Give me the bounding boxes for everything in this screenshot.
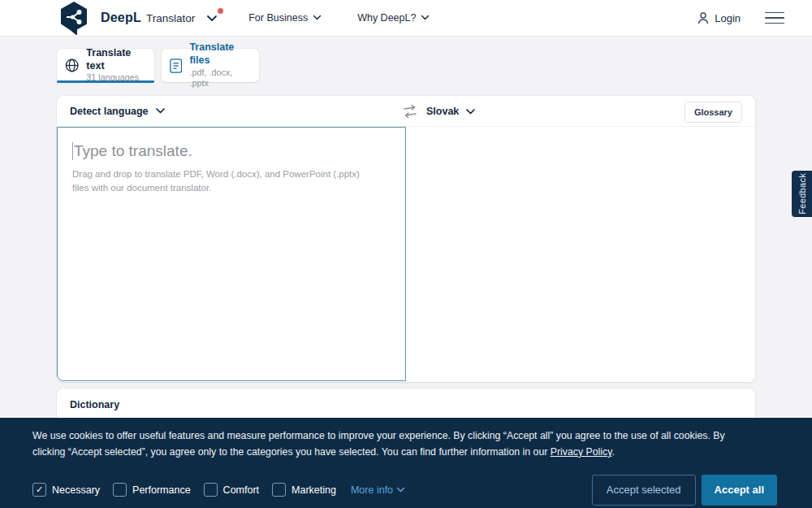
chevron-down-icon [313,15,322,21]
chevron-down-icon [421,15,430,21]
main-nav: For Business Why DeepL? [248,12,430,24]
checkbox-performance[interactable]: ✓ Performance [113,483,191,497]
checkbox-label: Marketing [292,484,336,496]
login-button[interactable]: Login [697,11,741,25]
tab-title: Translate text [86,47,146,72]
document-icon [170,58,182,74]
checkbox-label: Necessary [52,484,100,496]
target-language-selector[interactable]: Slovak [426,96,476,127]
feedback-label: Feedback [797,173,807,215]
more-info-link[interactable]: More info [351,484,405,496]
mode-tabs: Translate text 31 languages Translate fi… [57,49,259,82]
brand-name: DeepL [101,11,141,25]
checkbox-icon: ✓ [204,483,218,497]
checkbox-label: Performance [132,484,191,496]
nav-why-deepl[interactable]: Why DeepL? [357,12,430,24]
cookie-buttons: Accept selected Accept all [592,475,777,506]
input-placeholder: Type to translate. [72,142,391,160]
person-icon [697,11,710,25]
checkbox-necessary[interactable]: ✓ Necessary [32,483,100,497]
tab-subtitle: 31 languages [86,72,146,83]
cookie-message: We use cookies to offer useful features … [32,428,747,461]
chevron-down-icon [206,15,218,22]
checkbox-icon: ✓ [32,483,46,497]
glossary-button[interactable]: Glossary [685,102,742,123]
product-switcher[interactable]: DeepL Translator [101,11,218,25]
tab-translate-text[interactable]: Translate text 31 languages [57,49,154,82]
text-caret [72,142,73,160]
glossary-label: Glossary [694,107,732,117]
chevron-down-icon [155,107,166,115]
tab-subtitle: .pdf, .docx, .pptx [189,67,251,89]
input-placeholder-hint: Drag and drop to translate PDF, Word (.d… [72,167,377,194]
notification-dot [218,8,223,14]
source-language-selector[interactable]: Detect language [70,106,166,117]
hamburger-menu-icon[interactable] [763,9,786,28]
feedback-button[interactable]: Feedback [792,171,812,217]
login-label: Login [715,12,741,24]
cookie-banner: We use cookies to offer useful features … [0,418,812,508]
checkbox-marketing[interactable]: ✓ Marketing [272,483,336,497]
deepl-logo-icon [57,1,91,35]
nav-for-business-label: For Business [248,12,308,24]
checkbox-icon: ✓ [272,483,286,497]
deepl-logo[interactable] [57,0,91,37]
swap-languages-button[interactable] [399,101,421,122]
checkbox-icon: ✓ [113,483,127,497]
checkbox-comfort[interactable]: ✓ Comfort [204,483,259,497]
accept-selected-button[interactable]: Accept selected [592,475,696,506]
translation-output [407,127,755,382]
source-text-input[interactable]: Type to translate. Drag and drop to tran… [57,127,406,381]
swap-arrows-icon [402,105,418,118]
nav-for-business[interactable]: For Business [248,12,322,24]
translator-panel: Detect language Slovak Glossary Type to … [57,96,755,382]
checkbox-label: Comfort [223,484,259,496]
target-language-label: Slovak [426,106,459,117]
top-navbar: DeepL Translator For Business Why DeepL?… [0,0,812,37]
more-info-label: More info [351,484,393,496]
tab-title: Translate files [189,41,251,67]
globe-icon [65,58,79,73]
source-language-label: Detect language [70,106,149,117]
product-name: Translator [146,12,195,24]
cookie-controls: ✓ Necessary ✓ Performance ✓ Comfort ✓ Ma… [32,475,780,506]
accept-all-button[interactable]: Accept all [702,475,777,506]
privacy-policy-link[interactable]: Privacy Policy [551,446,612,458]
dictionary-title: Dictionary [70,399,742,410]
tab-translate-files[interactable]: Translate files .pdf, .docx, .pptx [162,49,259,82]
language-bar: Detect language Slovak Glossary [57,96,755,127]
nav-why-deepl-label: Why DeepL? [357,12,416,24]
chevron-down-icon [465,108,476,115]
chevron-down-icon [396,487,405,493]
header-right: Login [697,9,786,28]
